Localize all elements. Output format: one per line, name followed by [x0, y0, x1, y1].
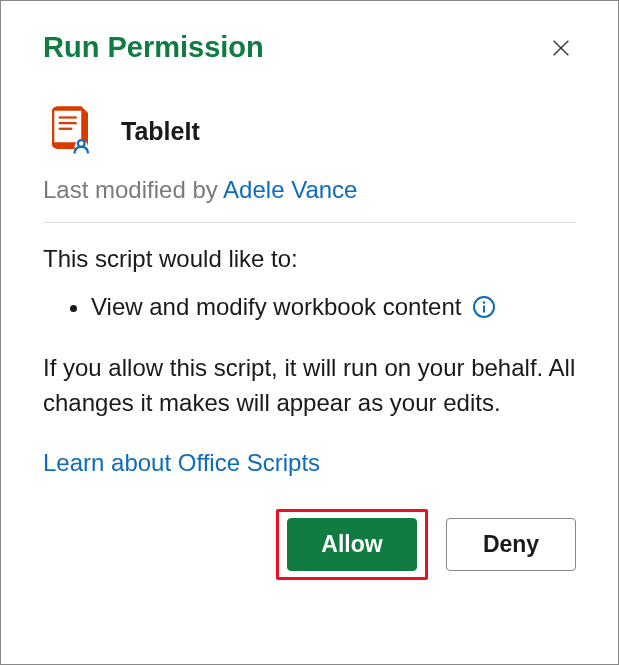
divider: [43, 222, 576, 223]
deny-button[interactable]: Deny: [446, 518, 576, 571]
disclaimer-text: If you allow this script, it will run on…: [43, 351, 576, 421]
permission-text: View and modify workbook content: [91, 293, 461, 321]
dialog-header: Run Permission: [43, 31, 576, 64]
allow-highlight: Allow: [276, 509, 428, 580]
script-name: TableIt: [121, 117, 200, 146]
svg-point-8: [483, 301, 486, 304]
script-document-icon: [43, 104, 97, 158]
last-modified-text: Last modified by Adele Vance: [43, 176, 576, 204]
button-row: Allow Deny: [43, 509, 576, 580]
close-button[interactable]: [546, 33, 576, 63]
script-info: TableIt: [43, 104, 576, 158]
dialog-title: Run Permission: [43, 31, 264, 64]
permissions-list: View and modify workbook content: [43, 293, 576, 321]
learn-more-link[interactable]: Learn about Office Scripts: [43, 449, 320, 477]
svg-rect-9: [483, 306, 485, 313]
modified-prefix: Last modified by: [43, 176, 223, 203]
permission-item: View and modify workbook content: [91, 293, 576, 321]
permissions-intro: This script would like to:: [43, 245, 576, 273]
info-icon[interactable]: [471, 294, 497, 320]
run-permission-dialog: Run Permission TableIt: [0, 0, 619, 665]
allow-button[interactable]: Allow: [287, 518, 417, 571]
author-link[interactable]: Adele Vance: [223, 176, 357, 203]
